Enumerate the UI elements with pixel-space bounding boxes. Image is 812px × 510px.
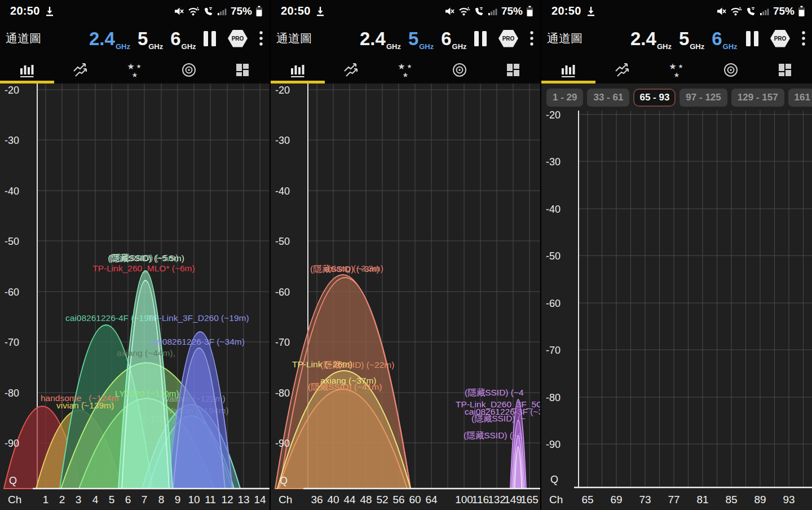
kebab-menu-button[interactable] [259,31,263,46]
channel-range-chip[interactable]: 1 - 29 [546,89,583,107]
app-bar: 通道圖 2.4GHz 5GHz 6GHz PRO [0,20,270,56]
svg-text:77: 77 [668,494,679,505]
band-5ghz-button[interactable]: 5GHz [138,29,163,48]
band-6ghz-button[interactable]: 6GHz [170,29,196,48]
svg-text:116: 116 [472,494,489,505]
svg-text:-80: -80 [546,392,561,403]
tab-overview[interactable] [486,56,540,83]
cell-signal-icon [217,6,227,16]
svg-text:Q: Q [550,474,558,485]
band-selector: 2.4GHz 5GHz 6GHz [630,29,738,48]
svg-text:vivian (~139m): vivian (~139m) [56,401,114,410]
tab-access-points[interactable] [433,56,487,83]
svg-text:cai08261226-3F (~34m): cai08261226-3F (~34m) [151,337,245,346]
svg-text:36: 36 [311,494,323,505]
clock: 20:50 [551,5,581,17]
svg-text:12: 12 [221,494,233,505]
time-graph-icon [343,63,359,77]
svg-text:axiang (~3.3m): axiang (~3.3m) [325,263,383,273]
battery-percent: 75% [773,5,795,17]
pause-button[interactable] [746,31,758,46]
pro-badge[interactable]: PRO [498,30,518,47]
tab-channels-rating[interactable]: ★★★ [650,56,704,83]
band-selector: 2.4GHz 5GHz 6GHz [360,29,467,48]
battery-icon [798,6,805,17]
tab-access-points[interactable] [162,56,216,83]
panel-6ghz: 20:50 75% 通道圖 2.4GHz 5GHz 6GHz PRO [541,0,812,510]
pro-badge[interactable]: PRO [770,30,790,47]
clock: 20:50 [281,5,311,17]
tab-overview[interactable] [758,56,812,83]
tab-time-graph[interactable] [54,56,108,83]
tab-channels-graph[interactable] [0,56,54,83]
band-5ghz-button[interactable]: 5GHz [679,29,704,48]
svg-text:-20: -20 [5,85,19,96]
svg-text:axiang (~44m),: axiang (~44m), [117,348,175,358]
band-2_4ghz-button[interactable]: 2.4GHz [360,29,401,48]
band-6ghz-button[interactable]: 6GHz [712,29,737,48]
pause-button[interactable] [474,31,487,46]
kebab-menu-button[interactable] [530,31,533,46]
tab-channels-graph[interactable] [541,56,595,83]
svg-text:100: 100 [455,494,473,505]
status-bar: 20:50 75% [271,0,540,20]
pro-badge[interactable]: PRO [228,30,248,47]
channel-range-chip[interactable]: 33 - 61 [587,89,629,107]
wifi-data-icon [730,6,742,16]
channel-graph-2_4ghz: TP-Link_260_MLO* (~6m)cai08261226-4F (~1… [0,83,271,510]
svg-text:48: 48 [360,494,372,505]
svg-text:-70: -70 [275,337,290,348]
download-icon [45,6,54,16]
band-2_4ghz-button[interactable]: 2.4GHz [630,29,672,48]
band-6ghz-button[interactable]: 6GHz [441,29,466,48]
tab-channels-rating[interactable]: ★★★ [378,56,433,83]
tab-bar: ★★★ [541,56,812,83]
channel-range-chip[interactable]: 65 - 93 [633,89,676,107]
wifi-calling-icon [203,6,214,16]
svg-text:-40: -40 [546,204,561,215]
channel-range-chip[interactable]: 161 - 189 [788,89,812,107]
pause-button[interactable] [204,31,216,46]
svg-text:-40: -40 [5,186,19,197]
page-title: 通道圖 [547,30,610,46]
svg-text:-70: -70 [546,345,561,356]
svg-text:-50: -50 [5,236,19,247]
bar-chart-icon [560,62,577,78]
tab-time-graph[interactable] [595,56,650,83]
svg-text:-60: -60 [275,287,290,298]
svg-text:4: 4 [92,494,99,505]
wifi-data-icon [188,6,200,16]
tiles-icon [506,63,520,77]
band-5ghz-button[interactable]: 5GHz [408,29,434,48]
channel-range-chip[interactable]: 97 - 125 [679,89,727,107]
svg-text:★: ★ [678,63,683,69]
tab-channels-rating[interactable]: ★★★ [108,56,162,83]
cell-signal-icon [760,6,770,16]
svg-text:★: ★ [398,61,405,71]
channel-graph-5ghz: (隱藏SSID) (~4TP-Link_D260_3F_5Gcai0826122… [271,83,541,510]
tab-overview[interactable] [215,56,270,83]
battery-icon [255,6,263,17]
channel-range-chip[interactable]: 129 - 157 [731,89,784,107]
svg-text:10: 10 [188,494,200,505]
svg-text:(隱藏SSID) (~5.5m): (隱藏SSID) (~5.5m) [108,253,184,263]
battery-percent: 75% [231,5,252,17]
app-bar: 通道圖 2.4GHz 5GHz 6GHz PRO [541,20,812,56]
svg-text:60: 60 [409,494,421,505]
download-icon [586,6,595,16]
tiles-icon [235,63,250,77]
svg-text:★: ★ [407,63,412,69]
panel-2_4ghz: 20:50 75% 通道圖 2.4GHz 5GHz 6GHz PRO [0,0,271,510]
svg-text:165: 165 [520,494,539,505]
svg-text:Ch: Ch [549,494,563,505]
svg-text:Q: Q [280,475,288,486]
kebab-menu-button[interactable] [802,31,805,46]
tab-channels-graph[interactable] [271,56,325,83]
channel-range-selector: 1 - 2933 - 6165 - 9397 - 125129 - 157161… [541,86,812,109]
svg-text:73: 73 [639,494,651,505]
svg-text:(隱藏SSID) (~4: (隱藏SSID) (~4 [465,388,524,397]
band-2_4ghz-button[interactable]: 2.4GHz [89,29,130,48]
tab-time-graph[interactable] [325,56,379,83]
clock: 20:50 [10,5,40,17]
tab-access-points[interactable] [704,56,758,83]
